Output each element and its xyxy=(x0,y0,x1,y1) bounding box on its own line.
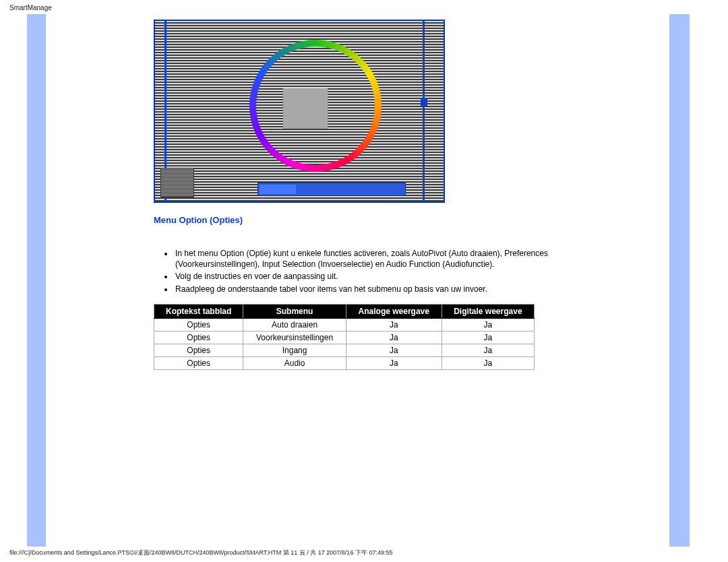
table-header-row: Koptekst tabblad Submenu Analoge weergav… xyxy=(154,304,535,318)
table-row: Opties Audio Ja Ja xyxy=(154,356,535,369)
left-gutter xyxy=(0,14,27,547)
table-row: Opties Auto draaien Ja Ja xyxy=(154,318,535,331)
cell: Ja xyxy=(346,318,442,331)
main-content: Menu Option (Opties) In het menu Option … xyxy=(46,14,615,547)
cell: Ja xyxy=(442,318,534,331)
cell: Voorkeursinstellingen xyxy=(243,331,346,344)
bl-thumbnail xyxy=(160,168,194,197)
bullet-item: Volg de instructies en voer de aanpassin… xyxy=(174,271,551,282)
bullet-item: In het menu Option (Optie) kunt u enkele… xyxy=(174,248,551,270)
table-row: Opties Ingang Ja Ja xyxy=(154,344,535,356)
right-gap xyxy=(615,14,669,547)
vertical-bar-right xyxy=(423,21,425,201)
cell: Ja xyxy=(346,331,442,344)
bullet-list: In het menu Option (Optie) kunt u enkele… xyxy=(174,248,551,294)
cell: Ja xyxy=(442,356,534,369)
center-gray-square xyxy=(283,88,328,129)
cell: Audio xyxy=(243,356,346,369)
cell: Ja xyxy=(442,344,534,356)
far-right-gutter xyxy=(690,14,728,547)
th-koptekst: Koptekst tabblad xyxy=(154,304,243,318)
th-analoge: Analoge weergave xyxy=(346,304,442,318)
cell: Ja xyxy=(346,356,442,369)
cell: Ja xyxy=(442,331,534,344)
th-digitale: Digitale weergave xyxy=(442,304,534,318)
cell: Ja xyxy=(346,344,442,356)
table-row: Opties Voorkeursinstellingen Ja Ja xyxy=(154,331,535,344)
cell: Opties xyxy=(154,356,243,369)
cell: Ingang xyxy=(243,344,346,356)
section-title: Menu Option (Opties) xyxy=(154,215,615,225)
options-table: Koptekst tabblad Submenu Analoge weergav… xyxy=(154,304,535,370)
right-handle-icon xyxy=(421,98,427,106)
cell: Auto draaien xyxy=(243,318,346,331)
left-blue-stripe xyxy=(27,14,46,547)
taskbar-bar xyxy=(257,183,406,196)
cell: Opties xyxy=(154,344,243,356)
cell: Opties xyxy=(154,318,243,331)
monitor-test-pattern-image xyxy=(154,20,445,203)
cell: Opties xyxy=(154,331,243,344)
bullet-item: Raadpleeg de onderstaande tabel voor ite… xyxy=(174,284,551,294)
page-header-title: SmartManage xyxy=(0,0,728,14)
right-blue-stripe xyxy=(669,14,690,547)
page-layout: Menu Option (Opties) In het menu Option … xyxy=(0,14,728,547)
th-submenu: Submenu xyxy=(243,304,346,318)
